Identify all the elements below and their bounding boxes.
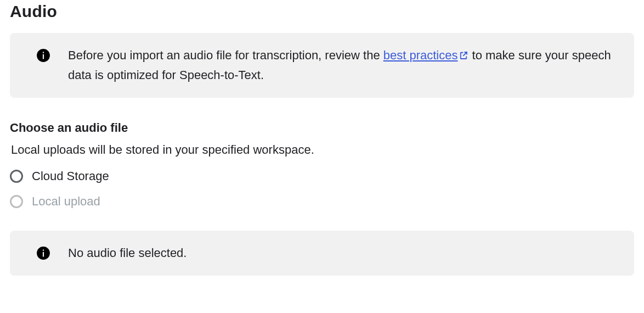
audio-source-radio-group: Cloud Storage Local upload (10, 164, 634, 214)
best-practices-link[interactable]: best practices (383, 48, 469, 62)
radio-cloud-storage-label: Cloud Storage (32, 169, 109, 183)
no-file-selected-text: No audio file selected. (68, 246, 187, 260)
info-banner: Before you import an audio file for tran… (10, 33, 634, 98)
radio-local-upload-label: Local upload (32, 194, 100, 209)
local-upload-hint: Local uploads will be stored in your spe… (11, 143, 634, 157)
info-icon (36, 246, 50, 260)
external-link-icon (459, 47, 468, 66)
radio-icon (10, 195, 23, 208)
svg-rect-2 (43, 52, 44, 53)
radio-cloud-storage[interactable]: Cloud Storage (10, 164, 634, 189)
info-text-before: Before you import an audio file for tran… (68, 48, 383, 62)
choose-audio-subtitle: Choose an audio file (10, 121, 634, 135)
no-file-selected-banner: No audio file selected. (10, 231, 634, 276)
info-icon (36, 48, 50, 63)
info-banner-text: Before you import an audio file for tran… (68, 46, 619, 85)
svg-rect-5 (43, 250, 44, 251)
best-practices-link-text: best practices (383, 48, 458, 62)
page-title: Audio (10, 2, 634, 21)
radio-icon (10, 170, 23, 183)
svg-rect-4 (43, 252, 44, 257)
radio-local-upload[interactable]: Local upload (10, 189, 634, 214)
svg-rect-1 (43, 54, 44, 59)
